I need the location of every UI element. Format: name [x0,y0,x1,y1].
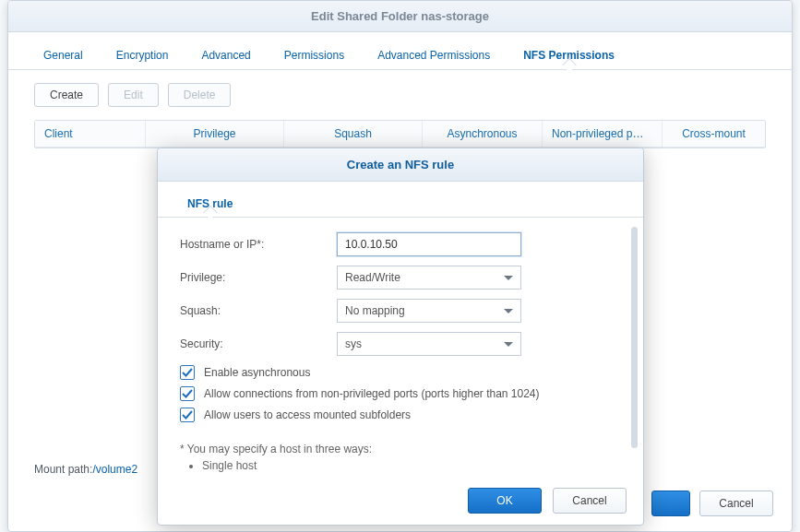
check-icon [182,367,193,378]
mount-path-label: Mount path: [34,463,92,476]
tab-advanced-permissions[interactable]: Advanced Permissions [361,41,507,69]
col-async[interactable]: Asynchronous [423,121,543,147]
nonpriv-checkbox[interactable] [180,386,195,401]
tab-nfs-permissions[interactable]: NFS Permissions [507,41,631,69]
mount-path-value: /volume2 [92,463,137,476]
col-crossmount[interactable]: Cross-mount [663,121,765,147]
privilege-select[interactable]: Read/Write [337,266,521,290]
hostname-input[interactable] [337,232,521,256]
table-header: Client Privilege Squash Asynchronous Non… [35,121,765,148]
hint-item: Single host [202,459,621,472]
tab-general[interactable]: General [27,41,100,69]
subfolders-checkbox[interactable] [180,408,195,422]
delete-button: Delete [168,83,232,107]
squash-label: Squash: [180,304,337,317]
squash-value: No mapping [345,304,405,317]
security-label: Security: [180,337,337,350]
scrollbar-thumb[interactable] [631,227,638,448]
dialog-body: Hostname or IP*: Privilege: Read/Write S… [158,218,643,477]
dialog-title: Create an NFS rule [158,148,643,182]
tab-nfs-rule[interactable]: NFS rule [174,191,245,217]
dialog-ok-button[interactable]: OK [468,488,542,514]
hostname-label: Hostname or IP*: [180,238,337,251]
privilege-value: Read/Write [345,271,400,284]
hint-text: * You may specify a host in three ways: … [180,443,621,472]
window-footer: Cancel [651,491,773,516]
nfs-rules-table: Client Privilege Squash Asynchronous Non… [34,120,766,148]
create-button[interactable]: Create [34,83,99,107]
mount-path: Mount path:/volume2 [34,463,137,476]
tab-advanced[interactable]: Advanced [185,41,267,69]
subfolders-label: Allow users to access mounted subfolders [204,408,411,421]
check-icon [182,409,193,420]
col-squash[interactable]: Squash [284,121,423,147]
async-checkbox[interactable] [180,365,195,380]
hint-intro: * You may specify a host in three ways: [180,443,621,455]
tab-permissions[interactable]: Permissions [268,41,361,69]
privilege-label: Privilege: [180,271,337,284]
chevron-down-icon [504,342,513,347]
async-label: Enable asynchronous [204,366,310,379]
col-nonpriv[interactable]: Non-privileged p… [543,121,663,147]
col-privilege[interactable]: Privilege [146,121,284,147]
create-nfs-rule-dialog: Create an NFS rule NFS rule Hostname or … [157,148,644,526]
squash-select[interactable]: No mapping [337,299,521,323]
chevron-down-icon [504,309,513,313]
window-cancel-button[interactable]: Cancel [699,491,773,516]
toolbar: Create Edit Delete [8,70,792,120]
col-client[interactable]: Client [35,121,146,147]
window-title: Edit Shared Folder nas-storage [8,1,792,32]
check-icon [182,388,193,399]
nonpriv-label: Allow connections from non-privileged po… [204,387,540,400]
window-ok-button-partial[interactable] [651,491,690,516]
main-tabs: General Encryption Advanced Permissions … [8,32,792,70]
dialog-cancel-button[interactable]: Cancel [553,488,627,514]
dialog-tabs: NFS rule [158,182,643,218]
tab-encryption[interactable]: Encryption [100,41,185,69]
security-value: sys [345,337,362,350]
security-select[interactable]: sys [337,332,521,356]
dialog-footer: OK Cancel [158,477,643,525]
edit-button: Edit [108,83,159,107]
chevron-down-icon [504,276,513,280]
